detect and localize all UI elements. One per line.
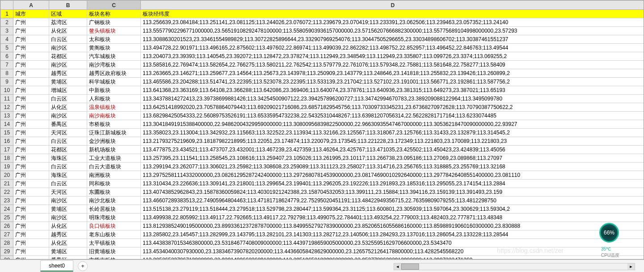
select-all-corner[interactable]	[1, 1, 13, 10]
scroll-left-arrow[interactable]: ◄	[394, 264, 401, 270]
cell-region[interactable]: 番禺区	[49, 256, 87, 260]
cell-coords[interactable]: 113.40743852962843,23.15878360059824;113…	[141, 188, 644, 197]
cell-block[interactable]: 中新板块	[87, 86, 141, 95]
cell-coords[interactable]: 113.30526533706713000000,22.939140966036…	[141, 256, 644, 260]
cell-block[interactable]: 白云大道板块	[87, 163, 141, 171]
row-header[interactable]: 19	[1, 163, 13, 171]
cell-city[interactable]: 广州	[13, 247, 49, 256]
cell-block[interactable]: 新机场板块	[87, 146, 141, 154]
cell-region[interactable]: 从化区	[49, 103, 87, 112]
cell-city[interactable]: 广州	[13, 137, 49, 146]
cell-block[interactable]: 金沙洲板块	[87, 137, 141, 146]
cell-block[interactable]: 南沙北板块	[87, 197, 141, 205]
row-header[interactable]: 25	[1, 213, 13, 222]
row-header[interactable]: 4	[1, 35, 13, 44]
cell-region[interactable]: 南沙区	[49, 213, 87, 222]
cell-block[interactable]: 明珠湾板块	[87, 213, 141, 222]
cell-region[interactable]: 黄埔区	[49, 247, 87, 256]
cell-block[interactable]: 南沙南板块	[87, 112, 141, 120]
row-header[interactable]: 5	[1, 44, 13, 52]
cell-coords[interactable]: 113.285802,23.145457;113.282999,23.14379…	[141, 230, 644, 239]
cell-block[interactable]: 鳌头镇板块	[87, 27, 141, 35]
cell-region[interactable]: 黄埔区	[49, 205, 87, 213]
row-header[interactable]: 10	[1, 86, 13, 95]
cell-block[interactable]: 长岭居板块	[87, 205, 141, 213]
cell-region[interactable]: 海珠区	[49, 154, 87, 163]
cell-city[interactable]: 广州	[13, 180, 49, 188]
cell-region[interactable]: 海珠区	[49, 171, 87, 180]
cell-region[interactable]: 南沙区	[49, 44, 87, 52]
cell-block[interactable]: 广钢板块	[87, 18, 141, 27]
header-block[interactable]: 板块名称	[87, 10, 141, 18]
row-header[interactable]: 11	[1, 95, 13, 103]
cell-block[interactable]: 市桥南板块	[87, 256, 141, 260]
cell-region[interactable]: 南沙区	[49, 112, 87, 120]
cell-block[interactable]: 太平镇板块	[87, 239, 141, 247]
cell-region[interactable]: 番禺区	[49, 120, 87, 129]
cell-region[interactable]: 增城区	[49, 86, 87, 95]
cell-region[interactable]: 越秀区	[49, 230, 87, 239]
cell-region[interactable]: 花都区	[49, 146, 87, 154]
cell-coords[interactable]: 113.465586,23.204288;113.514741,23.22395…	[141, 78, 644, 86]
row-header[interactable]: 8	[1, 69, 13, 78]
cell-coords[interactable]: 113.499938,22.805992;113.49117,22.792665…	[141, 213, 644, 222]
col-header-A[interactable]: A	[13, 1, 49, 10]
cell-region[interactable]: 天河区	[49, 188, 87, 197]
cell-city[interactable]: 广州	[13, 239, 49, 247]
cell-coords[interactable]: 113.21793275219609,23.18187982218995;113…	[141, 137, 644, 146]
row-header[interactable]: 17	[1, 146, 13, 154]
cell-coords[interactable]: 113.358023,23.113004;113.342932,23.11566…	[141, 129, 644, 137]
row-header[interactable]: 9	[1, 78, 13, 86]
cell-city[interactable]: 广州	[13, 188, 49, 197]
cell-city[interactable]: 广州	[13, 52, 49, 61]
cell-city[interactable]: 广州	[13, 103, 49, 112]
cell-coords[interactable]: 113.29752581114332000000,23.082612952872…	[141, 171, 644, 180]
cell-coords[interactable]: 113.68298425054333,22.56089753526191;113…	[141, 112, 644, 120]
cell-city[interactable]: 广州	[13, 197, 49, 205]
row-header[interactable]: 26	[1, 222, 13, 230]
cell-block[interactable]: 汽车城板块	[87, 52, 141, 61]
row-header[interactable]: 23	[1, 197, 13, 205]
cell-coords[interactable]: 113.3088630201523,23.33461554989829;113.…	[141, 35, 644, 44]
sheet-tab[interactable]: sheet0	[40, 260, 73, 272]
cell-block[interactable]: 老东山板块	[87, 230, 141, 239]
row-header[interactable]: 24	[1, 205, 13, 213]
cell-block[interactable]: 市桥板块	[87, 120, 141, 129]
cell-city[interactable]: 广州	[13, 86, 49, 95]
scrollbar-thumb[interactable]	[401, 264, 419, 270]
cell-block[interactable]: 黄阁板块	[87, 44, 141, 52]
cell-block[interactable]: 同和板块	[87, 180, 141, 188]
cell-coords[interactable]: 113.257395,23.111541;113.258545,23.10861…	[141, 154, 644, 163]
cell-city[interactable]: 广州	[13, 61, 49, 69]
add-sheet-button[interactable]: +	[78, 261, 88, 271]
row-header[interactable]: 30	[1, 256, 13, 260]
row-header[interactable]: 2	[1, 18, 13, 27]
cell-coords[interactable]: 113.515138,23.279119;113.518444,23.27951…	[141, 205, 644, 213]
cell-region[interactable]: 黄埔区	[49, 78, 87, 86]
cell-coords[interactable]: 113.44383870153463800000,23.531846774080…	[141, 239, 644, 247]
cell-block[interactable]: 旧黄埔板块	[87, 247, 141, 256]
cell-region[interactable]: 从化区	[49, 27, 87, 35]
cell-coords[interactable]: 113.494728,22.901971;113.496165,22.87560…	[141, 44, 644, 52]
col-header-C[interactable]: C	[87, 1, 141, 10]
cell-coords[interactable]: 113.34378814272413,23.39738699881426;113…	[141, 95, 644, 103]
cell-coords[interactable]: 113.30418491915388400000,22.948620043299…	[141, 120, 644, 129]
cell-region[interactable]: 从化区	[49, 239, 87, 247]
cell-block[interactable]: 温泉镇板块	[87, 103, 141, 112]
row-header[interactable]: 28	[1, 239, 13, 247]
cell-region[interactable]: 荔湾区	[49, 18, 87, 27]
cell-coords[interactable]: 113.299194,23.262077;113.306021,23.25982…	[141, 163, 644, 171]
cell-block[interactable]: 南沙湾板块	[87, 61, 141, 69]
cell-coords[interactable]: 113.55577902296771000000,23.565191082924…	[141, 27, 644, 35]
cell-city[interactable]: 广州	[13, 256, 49, 260]
cell-block[interactable]: 太和板块	[87, 35, 141, 44]
cell-city[interactable]: 广州	[13, 35, 49, 44]
cell-city[interactable]: 广州	[13, 112, 49, 120]
cell-coords[interactable]: 113.81293852490195000000,23.899336123728…	[141, 222, 644, 230]
row-header[interactable]: 16	[1, 137, 13, 146]
row-header[interactable]: 1	[1, 10, 13, 18]
cell-region[interactable]: 南沙区	[49, 197, 87, 205]
cell-coords[interactable]: 113.641368,23.363169;113.64108,23.366288…	[141, 86, 644, 95]
cell-block[interactable]: 人和板块	[87, 95, 141, 103]
cell-block[interactable]: 东圃板块	[87, 188, 141, 197]
